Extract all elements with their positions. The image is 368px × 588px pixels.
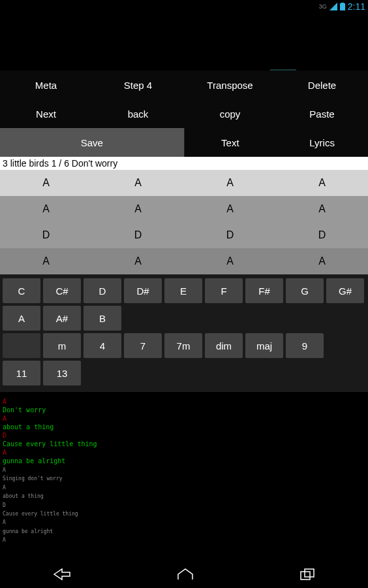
chord-cell[interactable]: A bbox=[92, 170, 184, 196]
toolbar-row-3: Save Text Lyrics bbox=[0, 128, 368, 157]
battery-icon bbox=[340, 3, 345, 10]
lyric-chord: A bbox=[3, 519, 6, 525]
mod-dim[interactable]: dim bbox=[205, 333, 243, 358]
note-F#[interactable]: F# bbox=[245, 278, 283, 303]
svg-rect-2 bbox=[301, 572, 310, 580]
lyric-chord: A bbox=[3, 485, 6, 491]
mod-9[interactable]: 9 bbox=[286, 333, 324, 358]
toolbar: Meta Step 4 Transpose Delete Next back c… bbox=[0, 71, 368, 157]
mod-7[interactable]: 7 bbox=[124, 333, 162, 358]
svg-rect-1 bbox=[341, 3, 344, 3]
lyric-line: gunna be alright bbox=[3, 529, 53, 534]
note-F[interactable]: F bbox=[205, 278, 243, 303]
copy-button[interactable]: copy bbox=[184, 99, 276, 128]
chord-cell[interactable]: A bbox=[92, 196, 184, 222]
chord-cell[interactable]: D bbox=[276, 222, 368, 248]
meta-button[interactable]: Meta bbox=[0, 71, 92, 99]
chord-cell[interactable]: A bbox=[0, 248, 92, 274]
chord-cell[interactable]: A bbox=[276, 170, 368, 196]
chord-cell[interactable]: A bbox=[0, 170, 92, 196]
note-B[interactable]: B bbox=[84, 306, 121, 331]
chord-cell[interactable]: A bbox=[184, 248, 276, 274]
svg-rect-0 bbox=[340, 3, 345, 10]
nav-bar bbox=[0, 561, 368, 588]
lyric-chord: A bbox=[3, 398, 7, 405]
toolbar-row-1: Meta Step 4 Transpose Delete bbox=[0, 71, 368, 99]
chord-cell[interactable]: A bbox=[184, 196, 276, 222]
delete-button[interactable]: Delete bbox=[276, 71, 368, 99]
chord-cell[interactable]: D bbox=[184, 222, 276, 248]
step-button[interactable]: Step 4 bbox=[92, 71, 184, 99]
mod-7m[interactable]: 7m bbox=[164, 333, 202, 358]
save-button[interactable]: Save bbox=[0, 128, 185, 157]
lyric-line: Singing don't worry bbox=[3, 476, 63, 482]
lyric-chord: A bbox=[3, 415, 7, 422]
chord-cell[interactable]: A bbox=[92, 248, 184, 274]
chord-cell[interactable]: A bbox=[184, 170, 276, 196]
lyrics-button[interactable]: Lyrics bbox=[276, 128, 368, 157]
lyrics-panel: ADon't worryAabout a thingDCause every l… bbox=[0, 392, 368, 547]
lyric-chord: A bbox=[3, 449, 7, 456]
lyric-chord: D bbox=[3, 432, 7, 439]
chord-row: AAAA bbox=[0, 170, 368, 196]
note-G#[interactable]: G# bbox=[326, 278, 364, 303]
signal-icon bbox=[330, 3, 337, 10]
paste-button[interactable]: Paste bbox=[276, 99, 368, 128]
chord-cell[interactable]: A bbox=[0, 196, 92, 222]
status-bar: 3G 2:11 bbox=[0, 0, 368, 13]
network-type: 3G bbox=[319, 3, 327, 10]
note-G[interactable]: G bbox=[286, 278, 324, 303]
nav-home-icon[interactable] bbox=[177, 568, 194, 581]
chord-cell[interactable]: A bbox=[276, 196, 368, 222]
lyric-line: about a thing bbox=[3, 423, 54, 431]
mod-m[interactable]: m bbox=[43, 333, 81, 358]
note-E[interactable]: E bbox=[164, 278, 202, 303]
lyric-chord: A bbox=[3, 537, 6, 543]
mod-13[interactable]: 13 bbox=[43, 361, 81, 385]
mod-maj[interactable]: maj bbox=[245, 333, 283, 358]
lyric-chord: A bbox=[3, 467, 6, 473]
mod-11[interactable]: 11 bbox=[3, 361, 40, 385]
lyric-line: gunna be alright bbox=[3, 457, 65, 465]
note-A[interactable]: A bbox=[3, 306, 40, 331]
chord-row: AAAA bbox=[0, 196, 368, 222]
note-D#[interactable]: D# bbox=[124, 278, 162, 303]
action-bar bbox=[0, 13, 368, 71]
mod-4[interactable]: 4 bbox=[84, 333, 121, 358]
chord-grid: AAAAAAAADDDDAAAA bbox=[0, 170, 368, 274]
clock: 2:11 bbox=[348, 1, 365, 12]
chord-cell[interactable]: A bbox=[276, 248, 368, 274]
transpose-button[interactable]: Transpose bbox=[184, 71, 276, 99]
chord-cell[interactable]: D bbox=[92, 222, 184, 248]
note-C#[interactable]: C# bbox=[43, 278, 81, 303]
text-button[interactable]: Text bbox=[185, 128, 277, 157]
song-title: 3 little birds 1 / 6 Don't worry bbox=[0, 157, 368, 170]
chord-row: DDDD bbox=[0, 222, 368, 248]
chord-cell[interactable]: D bbox=[0, 222, 92, 248]
nav-recent-icon[interactable] bbox=[299, 568, 315, 581]
nav-back-icon[interactable] bbox=[53, 568, 71, 581]
toolbar-row-2: Next back copy Paste bbox=[0, 99, 368, 128]
mod-blank[interactable] bbox=[3, 333, 40, 358]
chord-picker: CC#DD#EFF#GG#AA#Bm477mdimmaj91113 bbox=[0, 274, 368, 392]
note-A#[interactable]: A# bbox=[43, 306, 81, 331]
lyric-line: Don't worry bbox=[3, 406, 46, 414]
chord-row: AAAA bbox=[0, 248, 368, 274]
lyric-line: about a thing bbox=[3, 493, 44, 499]
note-C[interactable]: C bbox=[3, 278, 40, 303]
lyric-line: Cause every little thing bbox=[3, 440, 97, 448]
lyric-line: Cause every little thing bbox=[3, 511, 78, 517]
next-button[interactable]: Next bbox=[0, 99, 92, 128]
svg-rect-3 bbox=[305, 569, 314, 577]
back-button[interactable]: back bbox=[92, 99, 184, 128]
note-D[interactable]: D bbox=[84, 278, 121, 303]
lyric-chord: D bbox=[3, 502, 6, 508]
